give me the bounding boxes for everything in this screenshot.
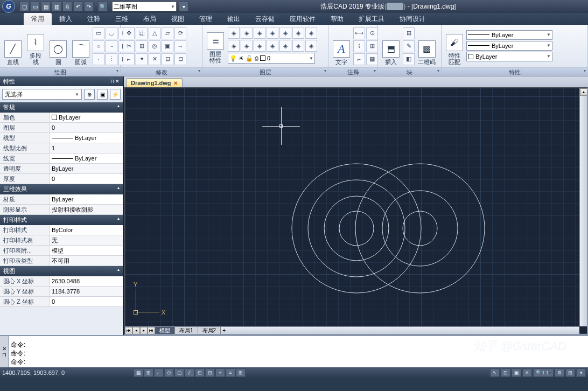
- ribbon-tab-8[interactable]: 云存储: [248, 13, 282, 25]
- panel-props-title[interactable]: 特性: [442, 67, 587, 76]
- properties-title[interactable]: 特性 ⊓✕: [0, 76, 123, 86]
- property-row[interactable]: 打印样式ByColor: [0, 225, 123, 235]
- stretch-icon[interactable]: ▱: [162, 27, 173, 39]
- mirror-icon[interactable]: △: [149, 27, 160, 39]
- polyline-button[interactable]: ⌇多段线: [25, 26, 46, 66]
- property-row[interactable]: 圆心 X 坐标2630.0488: [0, 276, 123, 287]
- qat-print-icon[interactable]: ⎙: [62, 2, 72, 11]
- property-row[interactable]: 图层0: [0, 123, 123, 133]
- property-row[interactable]: 厚度0: [0, 174, 123, 184]
- qat-new-icon[interactable]: ▢: [19, 2, 29, 11]
- properties-grid[interactable]: 常规颜色ByLayer图层0线型ByLayer线型比例1线宽ByLayer透明度…: [0, 102, 123, 335]
- osnap-toggle[interactable]: ▢: [174, 368, 184, 377]
- ribbon-tab-3[interactable]: 三维: [108, 13, 136, 25]
- drawing-canvas[interactable]: YX ▴ ⏮◂▸⏭ 模型布局1布局2 +: [124, 87, 588, 335]
- property-group-header[interactable]: 常规: [0, 102, 123, 113]
- search-icon[interactable]: 🔍: [98, 2, 108, 11]
- ortho-toggle[interactable]: ⌐: [154, 368, 164, 377]
- explode-icon[interactable]: ✦: [136, 53, 148, 65]
- panel-layer-title[interactable]: 图层: [202, 67, 328, 76]
- property-row[interactable]: 阴影显示投射和接收阴影: [0, 205, 123, 215]
- ribbon-tab-12[interactable]: 协同设计: [392, 13, 433, 25]
- insert-button[interactable]: ⬒插入: [380, 26, 402, 66]
- polar-toggle[interactable]: ⊙: [164, 368, 174, 377]
- property-row[interactable]: 线型比例1: [0, 143, 123, 153]
- panel-block-title[interactable]: 块: [378, 67, 441, 76]
- workspace-more-icon[interactable]: ▾: [179, 2, 188, 11]
- qat-redo-icon[interactable]: ↷: [84, 2, 94, 11]
- arc-button[interactable]: ⌒圆弧: [70, 26, 92, 66]
- scale-icon[interactable]: ▣: [162, 40, 173, 52]
- qat-save-icon[interactable]: ▤: [41, 2, 51, 11]
- ribbon-tab-2[interactable]: 注释: [80, 13, 108, 25]
- property-row[interactable]: 颜色ByLayer: [0, 113, 123, 123]
- ribbon-tab-0[interactable]: 常用: [24, 13, 52, 25]
- workspace-combo[interactable]: 二维草图 ▼: [112, 2, 177, 11]
- layer-combo[interactable]: 💡☀🔓⎙0▼: [228, 53, 315, 64]
- scrollbar-horizontal[interactable]: ⏮◂▸⏭ 模型布局1布局2 +: [125, 326, 579, 334]
- property-row[interactable]: 线型ByLayer: [0, 133, 123, 143]
- property-row[interactable]: 线宽ByLayer: [0, 153, 123, 164]
- ribbon-tab-7[interactable]: 输出: [220, 13, 248, 25]
- ribbon-tab-10[interactable]: 帮助: [323, 13, 351, 25]
- pin-icon[interactable]: ⊓: [110, 79, 114, 84]
- move-icon[interactable]: ✥: [123, 27, 135, 39]
- property-row[interactable]: 透明度ByLayer: [0, 164, 123, 174]
- coordinates[interactable]: 1400.7105, 1903.697, 0: [2, 369, 99, 376]
- property-group-header[interactable]: 打印样式: [0, 215, 123, 225]
- panel-modify-title[interactable]: 修改: [121, 67, 202, 76]
- dim-icon[interactable]: ⟷: [353, 27, 365, 39]
- text-button[interactable]: A文字: [331, 26, 352, 66]
- otrack-toggle[interactable]: ∠: [185, 368, 194, 377]
- property-row[interactable]: 材质ByLayer: [0, 194, 123, 205]
- ribbon-tab-1[interactable]: 插入: [52, 13, 80, 25]
- lineweight-combo[interactable]: ByLayer▼: [466, 52, 552, 61]
- erase-icon[interactable]: ✕: [149, 53, 160, 65]
- document-tab[interactable]: Drawing1.dwg✕: [126, 78, 183, 87]
- panel-draw-title[interactable]: 绘图: [0, 67, 120, 76]
- ribbon-tab-9[interactable]: 应用软件: [282, 13, 323, 25]
- qat-undo-icon[interactable]: ↶: [73, 2, 83, 11]
- property-row[interactable]: 圆心 Y 坐标1184.3778: [0, 287, 123, 297]
- circle-button[interactable]: ◯圆: [47, 26, 69, 66]
- array-icon[interactable]: ⊞: [136, 40, 148, 52]
- layout-tab[interactable]: 模型: [155, 327, 175, 334]
- pickadd-icon[interactable]: ⊕: [84, 89, 95, 100]
- layout-tab[interactable]: 布局1: [175, 327, 198, 334]
- fillet-icon[interactable]: ⌐: [123, 53, 135, 65]
- property-row[interactable]: 打印表类型不可用: [0, 256, 123, 266]
- line-button[interactable]: ╱直线: [2, 26, 24, 66]
- ribbon-tab-11[interactable]: 扩展工具: [351, 13, 392, 25]
- extend-icon[interactable]: →: [174, 40, 186, 52]
- property-group-header[interactable]: 三维效果: [0, 184, 123, 194]
- linetype-combo[interactable]: ByLayer▼: [466, 41, 552, 51]
- ribbon-tab-6[interactable]: 管理: [192, 13, 220, 25]
- layer-props-button[interactable]: ≣图层 特性: [205, 26, 226, 65]
- scrollbar-vertical[interactable]: ▴: [579, 88, 587, 326]
- tab-close-icon[interactable]: ✕: [173, 80, 178, 86]
- layer-iso-icon[interactable]: ◈: [228, 27, 240, 39]
- command-input[interactable]: 命令: 命令: 命令:: [9, 336, 588, 367]
- grid-toggle[interactable]: ⊞: [144, 368, 153, 377]
- property-row[interactable]: 打印表附...模型: [0, 246, 123, 256]
- matchprop-button[interactable]: 🖌特性 匹配: [444, 26, 465, 66]
- quickselect-icon[interactable]: ⚡: [110, 89, 121, 100]
- rotate-icon[interactable]: ⟳: [174, 27, 186, 39]
- cmd-handle[interactable]: ✕⊓: [0, 336, 9, 367]
- snap-toggle[interactable]: ▦: [134, 368, 143, 377]
- property-group-header[interactable]: 视图: [0, 266, 123, 276]
- ribbon-tab-4[interactable]: 布局: [136, 13, 164, 25]
- layout-tab[interactable]: 布局2: [198, 327, 221, 334]
- copy-icon[interactable]: ⿻: [136, 27, 148, 39]
- select-icon[interactable]: ▣: [97, 89, 108, 100]
- color-combo[interactable]: ByLayer▼: [466, 30, 552, 40]
- qat-open-icon[interactable]: ▭: [30, 2, 40, 11]
- app-icon[interactable]: G: [2, 0, 15, 13]
- trim-icon[interactable]: ✂: [123, 40, 135, 52]
- selection-combo[interactable]: 无选择▼: [2, 89, 82, 100]
- property-row[interactable]: 圆心 Z 坐标0: [0, 297, 123, 307]
- rect-icon[interactable]: ▭: [93, 27, 104, 39]
- close-icon[interactable]: ✕: [115, 79, 120, 84]
- ribbon-tab-5[interactable]: 视图: [164, 13, 192, 25]
- qrcode-button[interactable]: ▩二维码: [416, 26, 438, 66]
